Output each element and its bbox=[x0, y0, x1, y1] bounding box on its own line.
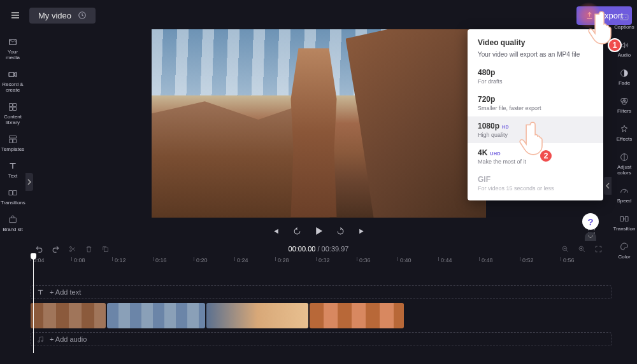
brandkit-icon bbox=[8, 214, 18, 225]
top-bar: My video Export bbox=[0, 0, 637, 31]
chevron-down-icon bbox=[587, 235, 594, 239]
svg-rect-13 bbox=[620, 15, 628, 20]
audio-icon bbox=[619, 40, 629, 50]
svg-rect-3 bbox=[10, 104, 13, 107]
export-panel-title: Video quality bbox=[478, 38, 593, 47]
transition-icon bbox=[619, 214, 629, 224]
duplicate-button[interactable] bbox=[101, 244, 110, 253]
rs-item-transition[interactable]: Transition bbox=[612, 209, 637, 237]
filters-icon bbox=[619, 96, 629, 106]
captions-icon bbox=[619, 12, 629, 22]
rs-item-adjust[interactable]: Adjust colors bbox=[612, 148, 637, 181]
video-track[interactable] bbox=[31, 303, 612, 328]
svg-rect-11 bbox=[13, 191, 17, 195]
video-clip[interactable] bbox=[107, 303, 205, 328]
sidebar-item-brandkit[interactable]: Brand kit bbox=[0, 211, 25, 237]
sidebar-item-templates[interactable]: Templates bbox=[0, 130, 25, 157]
rs-item-effects[interactable]: Effects bbox=[612, 120, 637, 148]
fade-icon bbox=[619, 68, 629, 78]
right-panel-expand-button[interactable] bbox=[604, 177, 612, 195]
rs-item-captions[interactable]: Captions bbox=[612, 8, 637, 36]
project-title[interactable]: My video bbox=[29, 8, 96, 24]
left-panel-expand-button[interactable] bbox=[25, 173, 33, 191]
project-title-text: My video bbox=[38, 11, 71, 20]
svg-rect-23 bbox=[104, 248, 108, 251]
ruler-label: 0:12 bbox=[115, 257, 126, 263]
svg-rect-19 bbox=[620, 217, 624, 221]
sidebar-item-library[interactable]: Content library bbox=[0, 98, 25, 130]
ruler-label: 0:52 bbox=[522, 257, 534, 263]
sidebar-item-label: Content library bbox=[1, 114, 25, 125]
ruler-label: 0:16 bbox=[155, 257, 167, 263]
export-option-720p[interactable]: 720p Smaller file, faster export bbox=[468, 90, 603, 116]
svg-point-21 bbox=[69, 249, 71, 251]
sidebar-item-text[interactable]: Text bbox=[0, 157, 25, 184]
skip-end-button[interactable] bbox=[355, 225, 368, 237]
playhead[interactable] bbox=[33, 255, 34, 353]
rs-label: Speed bbox=[617, 198, 631, 204]
text-icon bbox=[36, 288, 45, 297]
audio-track[interactable]: + Add audio bbox=[31, 332, 612, 346]
rs-item-filters[interactable]: Filters bbox=[612, 92, 637, 120]
preview-rocks-right bbox=[346, 29, 486, 218]
rs-item-fade[interactable]: Fade bbox=[612, 64, 637, 92]
forward-button[interactable] bbox=[334, 225, 347, 237]
annotation-ring bbox=[576, 3, 601, 28]
sidebar-item-record[interactable]: Record & create bbox=[0, 66, 25, 98]
fit-button[interactable] bbox=[594, 244, 603, 253]
audio-track-label: + Add audio bbox=[50, 335, 87, 343]
zoom-in-button[interactable] bbox=[577, 244, 586, 253]
redo-button[interactable] bbox=[51, 244, 60, 253]
split-button[interactable] bbox=[68, 244, 76, 253]
hamburger-icon bbox=[10, 10, 20, 20]
sidebar-item-label: Your media bbox=[1, 49, 25, 60]
video-clip[interactable] bbox=[206, 303, 308, 328]
skip-start-button[interactable] bbox=[269, 225, 282, 237]
video-canvas[interactable] bbox=[152, 29, 486, 218]
export-option-480p[interactable]: 480p For drafts bbox=[468, 63, 603, 90]
rs-label: Color bbox=[618, 254, 630, 260]
ruler-label: 0:44 bbox=[441, 257, 452, 263]
undo-button[interactable] bbox=[34, 244, 43, 253]
svg-rect-5 bbox=[10, 108, 13, 111]
rs-item-color[interactable]: Color bbox=[612, 237, 637, 265]
sidebar-item-your-media[interactable]: Your media bbox=[0, 33, 25, 66]
svg-rect-9 bbox=[13, 139, 17, 143]
speed-icon bbox=[619, 186, 629, 196]
svg-point-22 bbox=[69, 246, 71, 248]
rs-label: Captions bbox=[614, 24, 634, 30]
play-button[interactable] bbox=[312, 225, 325, 237]
sidebar-item-transitions[interactable]: Transitions bbox=[0, 184, 25, 211]
export-option-4k[interactable]: 4KUHD Make the most of it bbox=[468, 143, 603, 170]
text-track[interactable]: + Add text bbox=[31, 285, 612, 299]
svg-rect-1 bbox=[10, 39, 17, 45]
panel-collapse-button[interactable] bbox=[585, 232, 596, 241]
svg-rect-10 bbox=[9, 191, 12, 195]
sidebar-item-label: Brand kit bbox=[3, 227, 23, 232]
video-clip[interactable] bbox=[310, 303, 404, 328]
rewind-button[interactable] bbox=[290, 225, 303, 237]
rs-label: Transition bbox=[613, 226, 636, 232]
svg-rect-8 bbox=[10, 139, 13, 143]
templates-icon bbox=[8, 134, 18, 144]
export-option-1080p[interactable]: 1080pHD High quality bbox=[468, 116, 603, 143]
svg-rect-12 bbox=[10, 218, 17, 222]
zoom-out-button[interactable] bbox=[561, 244, 569, 253]
rs-item-speed[interactable]: Speed bbox=[612, 181, 637, 209]
time-current: 00:00.00 bbox=[289, 245, 316, 253]
ruler-label: 0:28 bbox=[278, 257, 289, 263]
timeline-ruler[interactable]: 0:040:080:120:160:200:240:280:320:360:40… bbox=[31, 257, 612, 267]
timeline-tracks: + Add text + Add audio bbox=[31, 269, 612, 350]
video-clip[interactable] bbox=[31, 303, 106, 328]
hamburger-menu-button[interactable] bbox=[5, 5, 25, 25]
player-controls bbox=[33, 220, 604, 242]
adjust-icon bbox=[619, 152, 629, 162]
help-button[interactable]: ? bbox=[582, 213, 599, 230]
music-icon bbox=[36, 335, 45, 344]
delete-button[interactable] bbox=[84, 244, 93, 253]
sidebar-item-label: Templates bbox=[1, 146, 24, 152]
color-icon bbox=[619, 242, 629, 252]
rs-label: Filters bbox=[617, 108, 631, 114]
rs-item-audio[interactable]: Audio bbox=[612, 36, 637, 64]
export-option-gif[interactable]: GIF For videos 15 seconds or less bbox=[468, 170, 603, 197]
